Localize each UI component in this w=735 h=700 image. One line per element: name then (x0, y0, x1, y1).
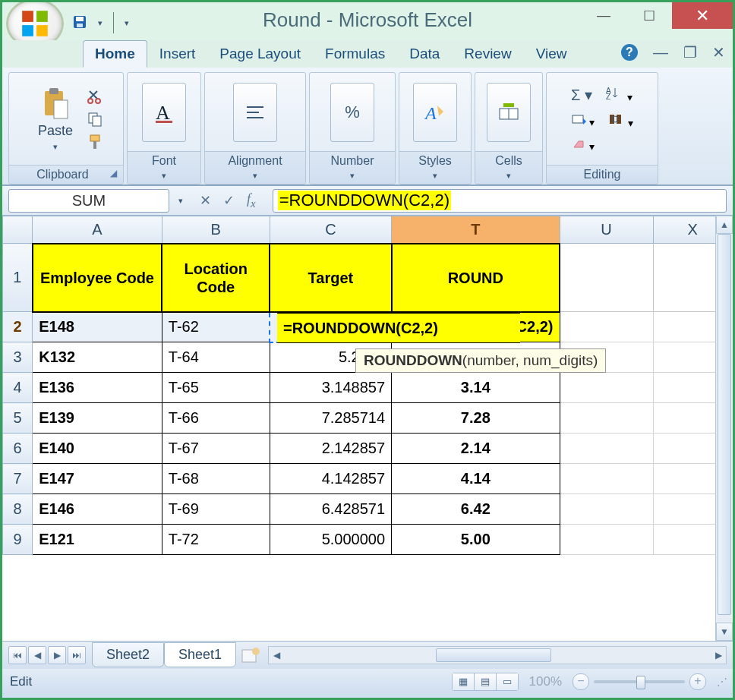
cell-location[interactable]: T-69 (162, 494, 270, 525)
cell-employee[interactable]: E146 (33, 494, 162, 525)
fill-icon[interactable]: ▾ (571, 112, 595, 128)
cell[interactable] (560, 525, 653, 555)
cell-employee[interactable]: E147 (33, 464, 162, 494)
doc-minimize-button[interactable]: — (653, 44, 668, 61)
cell-location[interactable]: T-72 (162, 525, 270, 555)
zoom-slider-thumb[interactable] (636, 676, 645, 689)
cell[interactable] (560, 494, 653, 525)
column-header[interactable]: T (392, 216, 560, 244)
scroll-down-icon[interactable]: ▼ (716, 623, 733, 641)
sheet-tab-sheet1[interactable]: Sheet1 (164, 642, 236, 667)
scroll-left-icon[interactable]: ◀ (269, 650, 284, 661)
cell-employee[interactable]: K132 (33, 342, 162, 373)
cell-round[interactable]: 2.14 (392, 434, 560, 464)
cell-round[interactable]: 7.28 (392, 403, 560, 434)
qat-dropdown-icon[interactable]: ▾ (98, 18, 103, 28)
cell-location[interactable]: T-64 (162, 342, 270, 373)
minimize-button[interactable]: — (581, 2, 626, 29)
tab-insert[interactable]: Insert (147, 40, 208, 68)
cell-target[interactable]: 3.148857 (270, 373, 391, 403)
cell-round[interactable]: 5.00 (392, 525, 560, 555)
inline-formula-overlay[interactable]: =ROUNDDOWN(C2,2) (277, 313, 520, 343)
cell[interactable] (560, 373, 653, 403)
namebox-dropdown-icon[interactable]: ▾ (178, 196, 183, 206)
autosum-icon[interactable]: Σ ▾ (571, 86, 592, 104)
styles-button[interactable]: A (413, 83, 457, 142)
horizontal-scrollbar[interactable]: ◀ ▶ (268, 646, 727, 664)
cut-icon[interactable] (87, 88, 103, 105)
tab-prev-icon[interactable]: ◀ (28, 646, 46, 664)
cancel-formula-icon[interactable]: ✕ (200, 192, 211, 209)
cells-dropdown-icon[interactable]: ▾ (506, 171, 511, 180)
tab-page-layout[interactable]: Page Layout (207, 40, 313, 68)
column-header[interactable]: U (560, 216, 653, 244)
cell-location[interactable]: T-67 (162, 434, 270, 464)
paste-button[interactable]: Paste ▾ (29, 87, 82, 152)
enter-formula-icon[interactable]: ✓ (223, 192, 235, 209)
cell-target[interactable]: 4.142857 (270, 464, 391, 494)
select-all-corner[interactable] (3, 216, 33, 244)
alignment-dropdown-icon[interactable]: ▾ (253, 171, 257, 180)
row-header[interactable]: 4 (3, 373, 33, 403)
column-header[interactable]: B (162, 216, 270, 244)
row-header[interactable]: 1 (3, 244, 33, 312)
tab-last-icon[interactable]: ⏭ (68, 646, 86, 664)
page-break-view-icon[interactable]: ▭ (497, 673, 518, 690)
normal-view-icon[interactable]: ▦ (453, 673, 475, 690)
cell-location[interactable]: T-65 (162, 373, 270, 403)
clear-icon[interactable]: ▾ (571, 137, 595, 153)
maximize-button[interactable]: ☐ (626, 2, 672, 29)
tab-home[interactable]: Home (83, 40, 147, 68)
doc-close-button[interactable]: ✕ (712, 43, 725, 61)
row-header[interactable]: 2 (3, 312, 33, 342)
cell-employee[interactable]: E121 (33, 525, 162, 555)
styles-dropdown-icon[interactable]: ▾ (433, 171, 437, 180)
cell[interactable] (560, 464, 653, 494)
zoom-out-button[interactable]: − (573, 673, 589, 690)
cell-target[interactable]: 6.428571 (270, 494, 391, 525)
format-painter-icon[interactable] (87, 134, 103, 150)
tab-data[interactable]: Data (397, 40, 452, 68)
column-header[interactable]: C (270, 216, 391, 244)
tab-first-icon[interactable]: ⏮ (8, 646, 27, 664)
cell-employee[interactable]: E148 (33, 312, 162, 342)
zoom-in-button[interactable]: + (689, 673, 706, 690)
save-icon[interactable] (72, 14, 87, 32)
row-header[interactable]: 7 (3, 464, 33, 494)
cell-round[interactable]: 6.42 (392, 494, 560, 525)
copy-icon[interactable] (87, 111, 103, 128)
cell-target[interactable]: 5.000000 (270, 525, 391, 555)
zoom-slider[interactable] (594, 680, 685, 683)
cell[interactable] (560, 312, 653, 342)
header-location-code[interactable]: Location Code (162, 244, 270, 312)
header-target[interactable]: Target (270, 244, 391, 312)
resize-grip-icon[interactable]: ⋰ (717, 676, 725, 688)
formula-input[interactable]: =ROUNDDOWN(C2,2) (273, 189, 727, 213)
cell[interactable] (560, 244, 653, 312)
number-button[interactable]: % (330, 83, 374, 142)
office-button[interactable] (8, 1, 62, 46)
tab-review[interactable]: Review (452, 40, 523, 68)
paste-dropdown-icon[interactable]: ▾ (53, 142, 58, 152)
cell-employee[interactable]: E140 (33, 434, 162, 464)
clipboard-launcher-icon[interactable]: ◢ (110, 168, 117, 178)
name-box[interactable]: SUM (8, 189, 169, 213)
cell-target[interactable]: 7.285714 (270, 403, 391, 434)
tab-next-icon[interactable]: ▶ (48, 646, 66, 664)
cell-location[interactable]: T-62 (162, 312, 270, 342)
column-header[interactable]: A (33, 216, 162, 244)
row-header[interactable]: 3 (3, 342, 33, 373)
cell-target[interactable]: 2.142857 (270, 434, 391, 464)
scroll-right-icon[interactable]: ▶ (711, 650, 726, 661)
cell-employee[interactable]: E136 (33, 373, 162, 403)
row-header[interactable]: 5 (3, 403, 33, 434)
sheet-tab-sheet2[interactable]: Sheet2 (92, 642, 164, 667)
header-round[interactable]: ROUND (392, 244, 560, 312)
qat-customize-icon[interactable]: ▾ (125, 18, 129, 28)
alignment-button[interactable] (233, 83, 277, 142)
number-dropdown-icon[interactable]: ▾ (350, 171, 355, 180)
font-button[interactable]: A (142, 83, 186, 142)
hscroll-thumb[interactable] (436, 648, 551, 662)
cells-button[interactable] (487, 83, 531, 142)
tab-view[interactable]: View (524, 40, 579, 68)
